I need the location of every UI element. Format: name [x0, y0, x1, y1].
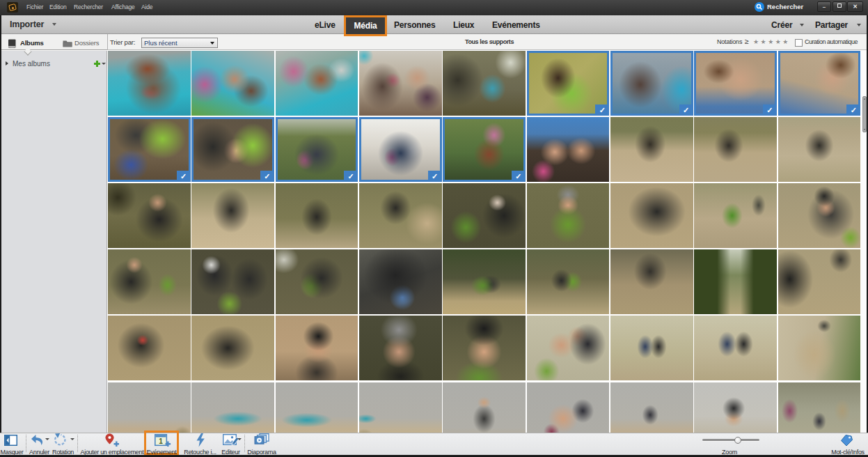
- svg-text:1: 1: [159, 437, 163, 444]
